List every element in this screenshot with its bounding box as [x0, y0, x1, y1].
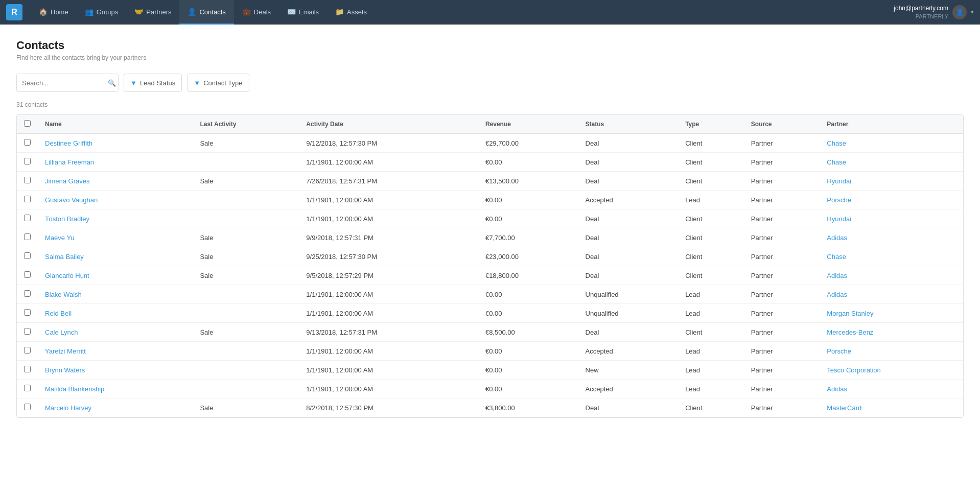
contacts-icon: 👤	[188, 8, 196, 16]
row-checkbox-7[interactable]	[24, 271, 31, 278]
row-checkbox-8[interactable]	[24, 290, 31, 297]
row-checkbox-1[interactable]	[24, 158, 31, 164]
row-checkbox-5[interactable]	[24, 233, 31, 240]
row-checkbox-cell-12[interactable]	[17, 361, 38, 380]
row-checkbox-4[interactable]	[24, 215, 31, 221]
contact-name-link-6[interactable]: Salma Bailey	[45, 253, 84, 261]
row-checkbox-14[interactable]	[24, 404, 31, 410]
row-checkbox-3[interactable]	[24, 196, 31, 202]
contact-name-link-13[interactable]: Matilda Blankenship	[45, 385, 104, 393]
nav-deals[interactable]: 💼 Deals	[234, 0, 279, 25]
nav-assets[interactable]: 📁 Assets	[327, 0, 375, 25]
row-checkbox-2[interactable]	[24, 177, 31, 183]
partner-link-7[interactable]: Adidas	[827, 272, 847, 279]
partner-link-6[interactable]: Chase	[827, 253, 846, 261]
row-checkbox-10[interactable]	[24, 328, 31, 335]
row-checkbox-cell-8[interactable]	[17, 285, 38, 304]
contact-name-link-0[interactable]: Destinee Griffith	[45, 139, 92, 147]
partner-link-13[interactable]: Adidas	[827, 385, 847, 393]
row-checkbox-0[interactable]	[24, 139, 31, 146]
nav-contacts-label: Contacts	[199, 8, 225, 16]
row-checkbox-12[interactable]	[24, 366, 31, 372]
contact-name-link-12[interactable]: Brynn Waters	[45, 366, 85, 374]
row-name-3: Gustavo Vaughan	[38, 191, 193, 209]
partner-link-10[interactable]: Mercedes-Benz	[827, 328, 873, 336]
partner-link-0[interactable]: Chase	[827, 139, 846, 147]
contact-name-link-8[interactable]: Blake Walsh	[45, 291, 82, 298]
partner-link-9[interactable]: Morgan Stanley	[827, 310, 873, 317]
row-checkbox-cell-2[interactable]	[17, 172, 38, 191]
contacts-table-scroll[interactable]: Name Last Activity Activity Date Revenue…	[17, 115, 963, 417]
contact-name-link-3[interactable]: Gustavo Vaughan	[45, 196, 98, 204]
navbar: R 🏠 Home 👥 Groups 🤝 Partners 👤 Contacts …	[0, 0, 980, 25]
select-all-header[interactable]	[17, 115, 38, 134]
row-source-7: Partner	[744, 266, 820, 285]
partner-link-12[interactable]: Tesco Corporation	[827, 366, 881, 374]
contact-name-link-2[interactable]: Jimena Graves	[45, 177, 89, 185]
row-checkbox-cell-1[interactable]	[17, 153, 38, 172]
nav-groups[interactable]: 👥 Groups	[77, 0, 127, 25]
row-status-13: Accepted	[578, 380, 679, 398]
row-source-1: Partner	[744, 153, 820, 172]
select-all-checkbox[interactable]	[24, 120, 31, 127]
contact-name-link-4[interactable]: Triston Bradley	[45, 215, 89, 223]
nav-emails[interactable]: ✉️ Emails	[279, 0, 327, 25]
row-name-10: Cale Lynch	[38, 323, 193, 342]
row-checkbox-11[interactable]	[24, 347, 31, 354]
nav-home[interactable]: 🏠 Home	[31, 0, 77, 25]
partner-link-14[interactable]: MasterCard	[827, 404, 861, 412]
row-checkbox-cell-6[interactable]	[17, 247, 38, 266]
contact-name-link-1[interactable]: Lilliana Freeman	[45, 158, 94, 166]
row-revenue-5: €7,700.00	[478, 228, 578, 247]
partner-link-4[interactable]: Hyundai	[827, 215, 851, 223]
row-checkbox-cell-13[interactable]	[17, 380, 38, 398]
row-checkbox-cell-4[interactable]	[17, 209, 38, 228]
lead-status-filter[interactable]: ▼ Lead Status	[124, 74, 182, 92]
contact-name-link-10[interactable]: Cale Lynch	[45, 328, 78, 336]
partners-icon: 🤝	[134, 8, 143, 16]
contact-name-link-7[interactable]: Giancarlo Hunt	[45, 272, 89, 279]
row-checkbox-cell-10[interactable]	[17, 323, 38, 342]
partner-link-5[interactable]: Adidas	[827, 234, 847, 242]
contact-name-link-9[interactable]: Reid Bell	[45, 310, 72, 317]
row-checkbox-cell-3[interactable]	[17, 191, 38, 209]
contact-name-link-5[interactable]: Maeve Yu	[45, 234, 75, 242]
row-checkbox-cell-5[interactable]	[17, 228, 38, 247]
row-last-activity-2: Sale	[193, 172, 299, 191]
row-name-8: Blake Walsh	[38, 285, 193, 304]
row-checkbox-cell-14[interactable]	[17, 398, 38, 417]
emails-icon: ✉️	[287, 8, 296, 16]
nav-contacts[interactable]: 👤 Contacts	[179, 0, 234, 25]
row-name-12: Brynn Waters	[38, 361, 193, 380]
nav-user[interactable]: john@partnerly.com PARTNERLY 👤 ▾	[894, 5, 974, 20]
partner-link-8[interactable]: Adidas	[827, 291, 847, 298]
partner-link-3[interactable]: Porsche	[827, 196, 851, 204]
partner-link-1[interactable]: Chase	[827, 158, 846, 166]
row-checkbox-9[interactable]	[24, 309, 31, 316]
contact-name-link-11[interactable]: Yaretzi Merritt	[45, 347, 86, 355]
nav-partners[interactable]: 🤝 Partners	[126, 0, 179, 25]
row-status-7: Deal	[578, 266, 679, 285]
row-partner-8: Adidas	[820, 285, 963, 304]
contact-type-filter[interactable]: ▼ Contact Type	[187, 74, 249, 92]
row-source-9: Partner	[744, 304, 820, 323]
partner-link-11[interactable]: Porsche	[827, 347, 851, 355]
partner-link-2[interactable]: Hyundai	[827, 177, 851, 185]
row-checkbox-cell-9[interactable]	[17, 304, 38, 323]
row-checkbox-6[interactable]	[24, 252, 31, 259]
row-checkbox-cell-7[interactable]	[17, 266, 38, 285]
row-checkbox-cell-11[interactable]	[17, 342, 38, 361]
contact-name-link-14[interactable]: Marcelo Harvey	[45, 404, 91, 412]
row-checkbox-13[interactable]	[24, 385, 31, 391]
row-activity-date-5: 9/9/2018, 12:57:31 PM	[299, 228, 478, 247]
row-source-11: Partner	[744, 342, 820, 361]
row-checkbox-cell-0[interactable]	[17, 134, 38, 153]
row-partner-12: Tesco Corporation	[820, 361, 963, 380]
col-name: Name	[38, 115, 193, 134]
row-activity-date-4: 1/1/1901, 12:00:00 AM	[299, 209, 478, 228]
nav-user-info: john@partnerly.com PARTNERLY	[894, 5, 948, 20]
search-input[interactable]	[22, 79, 108, 87]
row-type-9: Lead	[678, 304, 744, 323]
table-row: Maeve Yu Sale 9/9/2018, 12:57:31 PM €7,7…	[17, 228, 963, 247]
search-box[interactable]: 🔍	[16, 74, 119, 92]
